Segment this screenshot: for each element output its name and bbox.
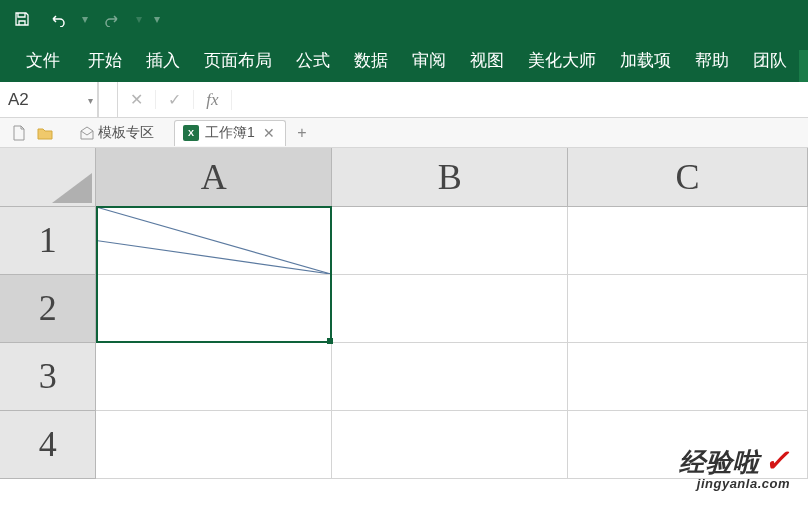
- cell-a4[interactable]: [96, 410, 332, 478]
- excel-icon: X: [183, 125, 199, 141]
- template-zone-label: 模板专区: [98, 124, 154, 142]
- spreadsheet-grid: A B C 1 2 3: [0, 148, 808, 479]
- document-tabs: 模板专区 X 工作簿1 ✕ +: [0, 118, 808, 148]
- tab-help[interactable]: 帮助: [683, 41, 741, 82]
- confirm-icon[interactable]: ✓: [156, 90, 194, 109]
- qa-dropdown2-icon[interactable]: ▾: [134, 12, 144, 26]
- cell-a3[interactable]: [96, 342, 332, 410]
- template-zone-tab[interactable]: 模板专区: [74, 124, 160, 142]
- cell-b3[interactable]: [332, 342, 568, 410]
- tab-file[interactable]: 文件: [10, 41, 76, 82]
- file-icon[interactable]: [8, 125, 30, 141]
- tab-review[interactable]: 审阅: [400, 41, 458, 82]
- cell-b2[interactable]: [332, 274, 568, 342]
- tab-beautify[interactable]: 美化大师: [516, 41, 608, 82]
- search-icon[interactable]: [799, 50, 808, 82]
- cancel-icon[interactable]: ✕: [118, 90, 156, 109]
- qa-dropdown-icon[interactable]: ▾: [80, 12, 90, 26]
- cell-a2[interactable]: [96, 274, 332, 342]
- row-header-4[interactable]: 4: [0, 410, 96, 478]
- tab-formulas[interactable]: 公式: [284, 41, 342, 82]
- formula-bar-gap: [98, 82, 118, 117]
- row-header-1[interactable]: 1: [0, 206, 96, 274]
- check-icon: ✓: [764, 443, 790, 478]
- new-tab-button[interactable]: +: [290, 124, 314, 142]
- name-box[interactable]: A2 ▾: [0, 82, 98, 117]
- close-icon[interactable]: ✕: [261, 125, 277, 141]
- cell-c1[interactable]: [568, 206, 808, 274]
- ribbon-tabs: 文件 开始 插入 页面布局 公式 数据 审阅 视图 美化大师 加载项 帮助 团队: [0, 38, 808, 82]
- cell-b1[interactable]: [332, 206, 568, 274]
- formula-input[interactable]: [232, 82, 808, 117]
- tab-view[interactable]: 视图: [458, 41, 516, 82]
- watermark-text: 经验啦: [679, 445, 760, 480]
- tab-team[interactable]: 团队: [741, 41, 799, 82]
- col-header-c[interactable]: C: [568, 148, 808, 206]
- tab-insert[interactable]: 插入: [134, 41, 192, 82]
- chevron-down-icon[interactable]: ▾: [88, 94, 93, 105]
- title-bar: ▾ ▾ ▾: [0, 0, 808, 38]
- svg-line-3: [96, 240, 331, 274]
- workbook-tab[interactable]: X 工作簿1 ✕: [174, 120, 286, 146]
- folder-icon[interactable]: [34, 126, 56, 140]
- formula-buttons: ✕ ✓ fx: [118, 82, 232, 117]
- tab-data[interactable]: 数据: [342, 41, 400, 82]
- fx-icon[interactable]: fx: [194, 90, 232, 110]
- qa-customize-icon[interactable]: ▾: [152, 12, 162, 26]
- cell-c2[interactable]: [568, 274, 808, 342]
- workbook-label: 工作簿1: [205, 124, 255, 142]
- name-box-value: A2: [8, 90, 29, 110]
- select-all-corner[interactable]: [0, 148, 96, 206]
- row-header-3[interactable]: 3: [0, 342, 96, 410]
- cell-c3[interactable]: [568, 342, 808, 410]
- redo-icon: [98, 5, 126, 33]
- row-header-2[interactable]: 2: [0, 274, 96, 342]
- svg-line-2: [96, 207, 331, 274]
- col-header-a[interactable]: A: [96, 148, 332, 206]
- undo-icon[interactable]: [44, 5, 72, 33]
- watermark: 经验啦 ✓ jingyanla.com: [679, 443, 790, 491]
- formula-bar-row: A2 ▾ ✕ ✓ fx: [0, 82, 808, 118]
- col-header-b[interactable]: B: [332, 148, 568, 206]
- tab-page-layout[interactable]: 页面布局: [192, 41, 284, 82]
- save-icon[interactable]: [8, 5, 36, 33]
- cell-b4[interactable]: [332, 410, 568, 478]
- cell-a1[interactable]: [96, 206, 332, 274]
- tab-home[interactable]: 开始: [76, 41, 134, 82]
- tab-addins[interactable]: 加载项: [608, 41, 683, 82]
